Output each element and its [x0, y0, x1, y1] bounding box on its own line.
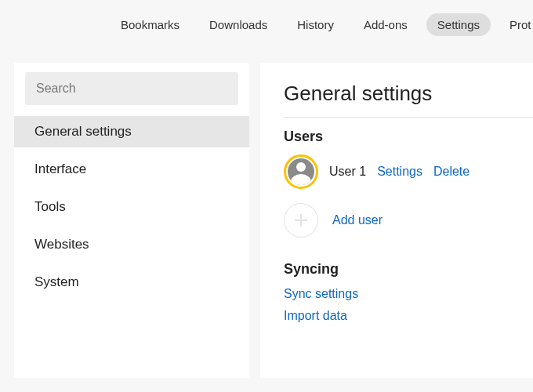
add-user-row: Add user: [284, 203, 533, 238]
add-icon[interactable]: [284, 203, 318, 238]
topnav-item-addons[interactable]: Add-ons: [353, 13, 419, 36]
syncing-heading: Syncing: [284, 261, 533, 278]
main-panel: General settings Users User 1 Settings D…: [260, 63, 533, 378]
topnav-item-history[interactable]: History: [286, 13, 345, 36]
topnav-item-bookmarks[interactable]: Bookmarks: [110, 13, 190, 36]
divider: [284, 117, 533, 118]
search-input[interactable]: [25, 72, 238, 105]
import-data-link[interactable]: Import data: [284, 309, 533, 323]
users-heading: Users: [284, 129, 533, 145]
top-nav: Bookmarks Downloads History Add-ons Sett…: [0, 0, 533, 49]
user-name: User 1: [329, 165, 366, 179]
user-delete-link[interactable]: Delete: [433, 165, 470, 179]
avatar-icon: [288, 158, 314, 185]
user-settings-link[interactable]: Settings: [377, 165, 422, 179]
sidebar-item-general-settings[interactable]: General settings: [14, 116, 249, 147]
user-row: User 1 Settings Delete: [284, 154, 533, 189]
topnav-item-downloads[interactable]: Downloads: [198, 13, 278, 36]
sidebar-item-websites[interactable]: Websites: [14, 229, 249, 260]
avatar[interactable]: [284, 154, 318, 189]
sidebar: General settings Interface Tools Website…: [14, 63, 249, 378]
add-user-link[interactable]: Add user: [332, 213, 383, 227]
sidebar-item-tools[interactable]: Tools: [14, 191, 249, 223]
sidebar-item-system[interactable]: System: [14, 267, 249, 298]
topnav-item-settings[interactable]: Settings: [426, 13, 491, 36]
topnav-item-protection[interactable]: Prot: [499, 13, 533, 36]
page-title: General settings: [284, 82, 533, 106]
sync-settings-link[interactable]: Sync settings: [284, 287, 533, 301]
sidebar-item-interface[interactable]: Interface: [14, 154, 249, 185]
